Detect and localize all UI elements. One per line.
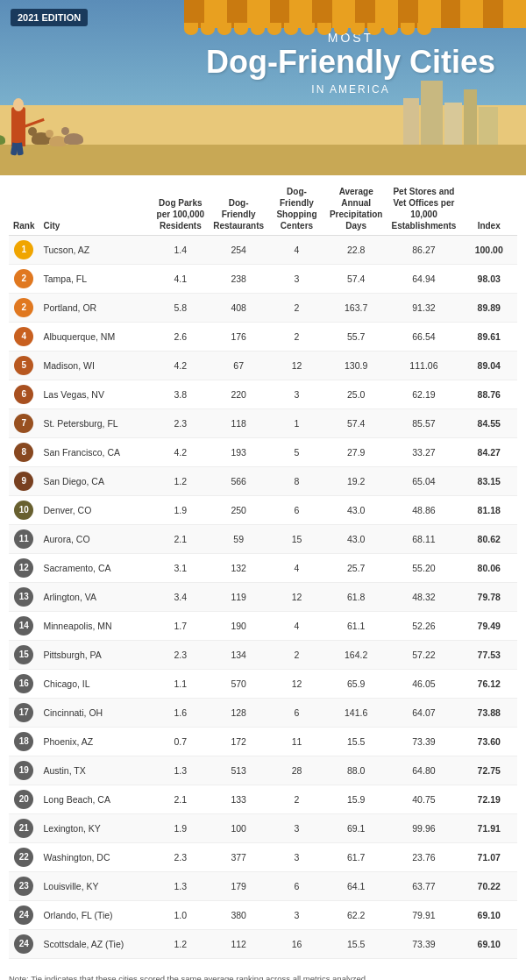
pet-stores-cell: 85.57 <box>387 409 460 438</box>
dog-parks-cell: 1.3 <box>152 756 209 785</box>
rank-badge: 5 <box>14 356 33 375</box>
index-cell: 72.19 <box>460 785 517 814</box>
rank-badge: 22 <box>14 848 33 867</box>
table-row: 4 Albuquerque, NM 2.6 176 2 55.7 66.54 8… <box>9 323 517 352</box>
pet-stores-cell: 62.19 <box>387 380 460 409</box>
pet-stores-cell: 68.11 <box>387 525 460 554</box>
shopping-cell: 2 <box>268 323 325 352</box>
city-cell: Albuquerque, NM <box>39 323 152 352</box>
dog-parks-cell: 3.4 <box>152 583 209 612</box>
city-cell: Washington, DC <box>39 843 152 872</box>
col-pet-stores: Pet Stores and Vet Offices per 10,000 Es… <box>387 182 460 236</box>
restaurants-cell: 220 <box>209 380 268 409</box>
header: 2021 EDITION MOST Dog-Friendly Cities IN… <box>0 0 526 175</box>
city-cell: Tampa, FL <box>39 265 152 294</box>
table-row: 2 Tampa, FL 4.1 238 3 57.4 64.94 98.03 <box>9 265 517 294</box>
dog-parks-cell: 1.2 <box>152 930 209 959</box>
index-cell: 70.22 <box>460 872 517 901</box>
rank-cell: 23 <box>9 872 39 901</box>
table-row: 10 Denver, CO 1.9 250 6 43.0 48.86 81.18 <box>9 496 517 525</box>
city-cell: Phoenix, AZ <box>39 728 152 756</box>
dog-parks-cell: 1.7 <box>152 612 209 641</box>
dog-parks-cell: 4.2 <box>152 352 209 380</box>
precipitation-cell: 61.8 <box>325 583 387 612</box>
rank-badge: 24 <box>14 905 33 925</box>
restaurants-cell: 566 <box>209 467 268 496</box>
rank-cell: 24 <box>9 901 39 930</box>
restaurants-cell: 193 <box>209 438 268 467</box>
dog-parks-cell: 3.1 <box>152 554 209 583</box>
dog-parks-cell: 1.4 <box>152 236 209 265</box>
restaurants-cell: 132 <box>209 554 268 583</box>
rank-badge: 23 <box>14 877 33 896</box>
pet-stores-cell: 65.04 <box>387 467 460 496</box>
pet-stores-cell: 64.94 <box>387 265 460 294</box>
pet-stores-cell: 63.77 <box>387 872 460 901</box>
note-text: Note: Tie indicates that these cities sc… <box>9 974 368 980</box>
city-cell: Sacramento, CA <box>39 554 152 583</box>
rank-cell: 15 <box>9 641 39 670</box>
dog-parks-cell: 3.8 <box>152 380 209 409</box>
city-cell: Louisville, KY <box>39 872 152 901</box>
city-cell: Las Vegas, NV <box>39 380 152 409</box>
rank-badge: 11 <box>14 529 33 549</box>
table-row: 2 Portland, OR 5.8 408 2 163.7 91.32 89.… <box>9 294 517 323</box>
rank-cell: 21 <box>9 814 39 843</box>
table-row: 13 Arlington, VA 3.4 119 12 61.8 48.32 7… <box>9 583 517 612</box>
precipitation-cell: 61.7 <box>325 843 387 872</box>
restaurants-cell: 133 <box>209 785 268 814</box>
shopping-cell: 6 <box>268 872 325 901</box>
shopping-cell: 3 <box>268 814 325 843</box>
rank-cell: 10 <box>9 496 39 525</box>
precipitation-cell: 43.0 <box>325 496 387 525</box>
index-cell: 76.12 <box>460 670 517 699</box>
dog-parks-cell: 2.3 <box>152 641 209 670</box>
edition-badge: 2021 EDITION <box>11 9 88 26</box>
dog-parks-cell: 2.1 <box>152 785 209 814</box>
index-cell: 80.06 <box>460 554 517 583</box>
pet-stores-cell: 48.86 <box>387 496 460 525</box>
restaurants-cell: 190 <box>209 612 268 641</box>
shopping-cell: 4 <box>268 612 325 641</box>
city-cell: Long Beach, CA <box>39 785 152 814</box>
city-cell: Aurora, CO <box>39 525 152 554</box>
city-cell: Cincinnati, OH <box>39 699 152 728</box>
table-section: Rank City Dog Parks per 100,000 Resident… <box>0 175 526 966</box>
rank-badge: 2 <box>14 298 33 317</box>
shopping-cell: 5 <box>268 438 325 467</box>
pet-stores-cell: 86.27 <box>387 236 460 265</box>
rankings-table: Rank City Dog Parks per 100,000 Resident… <box>9 182 517 959</box>
rank-cell: 12 <box>9 554 39 583</box>
index-cell: 72.75 <box>460 756 517 785</box>
precipitation-cell: 57.4 <box>325 409 387 438</box>
index-cell: 73.60 <box>460 728 517 756</box>
city-cell: Austin, TX <box>39 756 152 785</box>
index-cell: 77.53 <box>460 641 517 670</box>
restaurants-cell: 408 <box>209 294 268 323</box>
shopping-cell: 11 <box>268 728 325 756</box>
restaurants-cell: 176 <box>209 323 268 352</box>
index-cell: 98.03 <box>460 265 517 294</box>
rank-cell: 8 <box>9 438 39 467</box>
city-cell: Lexington, KY <box>39 814 152 843</box>
restaurants-cell: 254 <box>209 236 268 265</box>
shopping-cell: 3 <box>268 843 325 872</box>
rank-cell: 22 <box>9 843 39 872</box>
dog-parks-cell: 1.3 <box>152 872 209 901</box>
shopping-cell: 28 <box>268 756 325 785</box>
restaurants-cell: 238 <box>209 265 268 294</box>
dog-parks-cell: 2.3 <box>152 843 209 872</box>
index-cell: 84.55 <box>460 409 517 438</box>
precipitation-cell: 27.9 <box>325 438 387 467</box>
pet-stores-cell: 48.32 <box>387 583 460 612</box>
pet-stores-cell: 73.39 <box>387 930 460 959</box>
rank-badge: 20 <box>14 790 33 809</box>
table-row: 7 St. Petersburg, FL 2.3 118 1 57.4 85.5… <box>9 409 517 438</box>
col-rank: Rank <box>9 182 39 236</box>
table-row: 23 Louisville, KY 1.3 179 6 64.1 63.77 7… <box>9 872 517 901</box>
dog-parks-cell: 1.1 <box>152 670 209 699</box>
dog-parks-cell: 2.6 <box>152 323 209 352</box>
index-cell: 100.00 <box>460 236 517 265</box>
rank-cell: 17 <box>9 699 39 728</box>
city-cell: Chicago, IL <box>39 670 152 699</box>
